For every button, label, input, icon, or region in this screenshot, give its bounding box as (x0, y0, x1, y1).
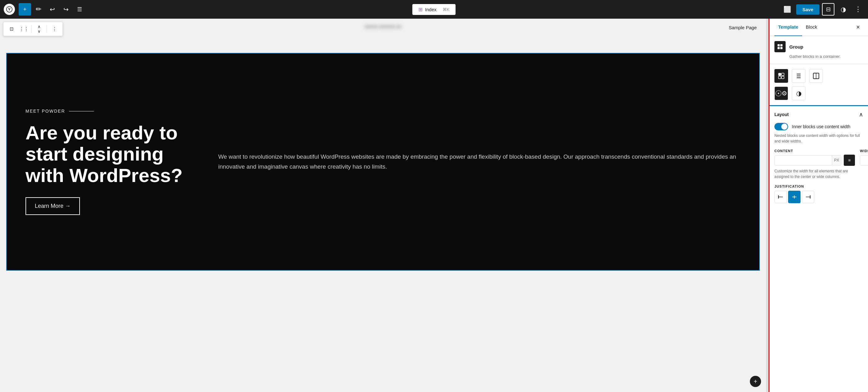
hero-left: MEET POWDER Are you ready to start desig… (26, 109, 193, 215)
url-bar-area: ●●●●●.●●●●●●.●● (0, 19, 766, 34)
inner-blocks-toggle[interactable] (774, 123, 788, 130)
wide-label: WIDE (860, 149, 868, 153)
layout-section: Layout ∧ Inner blocks use content width … (770, 105, 868, 208)
wide-width-input[interactable] (860, 156, 868, 165)
layout-title: Layout (774, 112, 789, 117)
contrast-btn[interactable]: ◑ (792, 87, 806, 100)
svg-rect-7 (782, 76, 784, 79)
justification-row (774, 191, 863, 203)
cmd-hint: ⌘K (443, 7, 450, 12)
block-icon (774, 41, 786, 52)
svg-rect-5 (782, 73, 784, 76)
inner-blocks-toggle-row: Inner blocks use content width (774, 123, 863, 130)
more-block-options-button[interactable]: ⋮ (49, 23, 60, 34)
learn-more-button[interactable]: Learn More → (26, 197, 80, 215)
move-up-button[interactable]: ∧∨ (34, 23, 45, 34)
toolbar-right: ⬜ Save ⊟ ◑ ⋮ (781, 3, 864, 16)
contrast-button[interactable]: ◑ (837, 3, 849, 16)
undo-button[interactable]: ↩ (46, 3, 58, 16)
svg-rect-3 (780, 47, 782, 49)
toggle-description: Nested blocks use content width with opt… (774, 133, 863, 144)
index-button[interactable]: ⊞ Index ⌘K (412, 4, 456, 15)
wide-width-group: WIDE PX ≡ (860, 149, 868, 166)
tab-template[interactable]: Template (774, 19, 802, 36)
content-px-unit: PX (832, 156, 841, 165)
block-info-section: Group Gather blocks in a container. (770, 36, 868, 64)
justify-left-button[interactable] (774, 191, 787, 203)
toolbar-divider (31, 25, 32, 33)
block-toolbar: ⊡ ⋮⋮ ∧∨ ⋮ (3, 22, 63, 36)
add-block-button[interactable]: + (19, 3, 31, 16)
url-display: ●●●●●.●●●●●●.●● (365, 24, 401, 29)
preview-button[interactable]: ⬜ (781, 3, 794, 16)
main-area: ⊡ ⋮⋮ ∧∨ ⋮ ●●●●●.●●●●●●.●● Sample Page ME… (0, 19, 868, 392)
editor-canvas: ⊡ ⋮⋮ ∧∨ ⋮ ●●●●●.●●●●●●.●● Sample Page ME… (0, 19, 766, 392)
list-view-button[interactable]: ☰ (73, 3, 86, 16)
style-btn-2[interactable] (792, 69, 806, 83)
tab-block[interactable]: Block (802, 19, 821, 36)
sample-page-label: Sample Page (729, 25, 757, 30)
content-align-button[interactable]: ≡ (844, 155, 855, 166)
svg-rect-0 (778, 44, 780, 47)
content-width-input[interactable] (775, 156, 832, 165)
hero-body: We want to revolutionize how beautiful W… (193, 152, 741, 172)
content-width-group: CONTENT PX ≡ (774, 149, 855, 166)
hero-section: MEET POWDER Are you ready to start desig… (6, 53, 760, 271)
panel-tabs: Template Block × (770, 19, 868, 36)
canvas-add-button[interactable]: + (750, 376, 761, 387)
toggle-label: Inner blocks use content width (792, 124, 850, 129)
drag-handle-button[interactable]: ⋮⋮ (18, 23, 30, 34)
justify-center-button[interactable] (788, 191, 801, 203)
hero-eyebrow: MEET POWDER (26, 109, 193, 114)
content-label: CONTENT (774, 149, 855, 153)
layout-header: Layout ∧ (774, 111, 863, 118)
select-parent-button[interactable]: ⊡ (6, 23, 17, 34)
style-btn-1[interactable] (774, 69, 788, 83)
svg-rect-6 (778, 76, 781, 79)
svg-rect-4 (778, 73, 781, 76)
main-toolbar: + ✏ ↩ ↪ ☰ ⊞ Index ⌘K ⬜ Save ⊟ ◑ ⋮ (0, 0, 868, 19)
block-styles-row1 (770, 64, 868, 85)
justification-label: JUSTIFICATION (774, 184, 863, 188)
right-panel: Template Block × Group Gather blocks in … (769, 19, 868, 392)
hero-title: Are you ready to start designing with Wo… (26, 122, 193, 186)
width-description: Customize the width for all elements tha… (774, 168, 863, 180)
toolbar-divider2 (46, 25, 47, 33)
panel-close-button[interactable]: × (853, 22, 863, 32)
style-btn-3[interactable] (809, 69, 823, 83)
wide-input-row: PX (860, 155, 868, 165)
sidebar-toggle-button[interactable]: ⊟ (822, 3, 834, 16)
resize-handle[interactable] (766, 19, 769, 392)
redo-button[interactable]: ↪ (60, 3, 72, 16)
block-info-header: Group (774, 41, 863, 52)
more-options-button[interactable]: ⋮ (852, 3, 864, 16)
justify-right-button[interactable] (802, 191, 814, 203)
block-name: Group (789, 44, 803, 50)
index-label: Index (425, 7, 436, 12)
svg-rect-2 (778, 47, 780, 49)
width-inputs: CONTENT PX ≡ WIDE PX (774, 149, 863, 166)
content-input-row: PX (774, 155, 841, 165)
wp-logo[interactable] (4, 4, 15, 15)
layout-collapse-button[interactable]: ∧ (859, 111, 863, 118)
pen-tool-button[interactable]: ✏ (32, 3, 45, 16)
block-description: Gather blocks in a container. (789, 54, 863, 59)
svg-rect-1 (780, 44, 782, 47)
settings-btn[interactable]: ⚙ (774, 87, 788, 100)
index-area: ⊞ Index ⌘K (412, 4, 456, 15)
save-button[interactable]: Save (796, 4, 819, 14)
block-styles-row2: ⚙ ◑ (770, 85, 868, 105)
